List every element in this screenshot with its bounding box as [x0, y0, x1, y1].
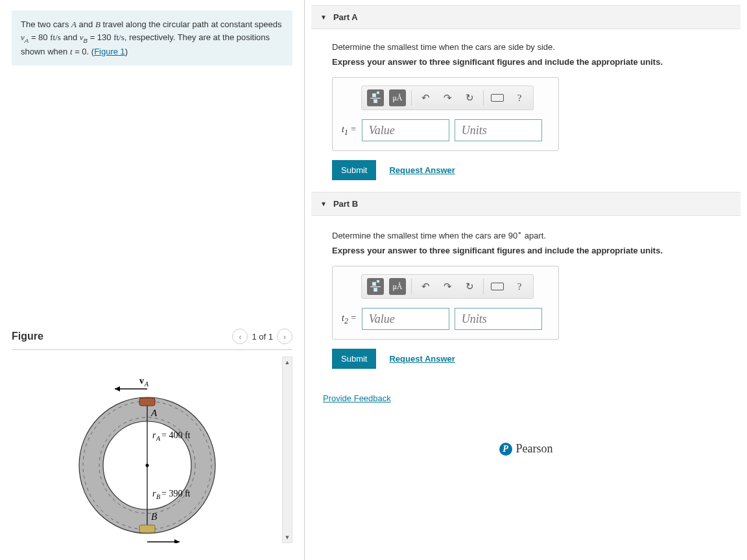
help-button[interactable]: ?	[511, 278, 528, 295]
undo-button[interactable]: ↶	[417, 278, 434, 295]
part-a-request-answer[interactable]: Request Answer	[389, 165, 455, 175]
text: travel along the circular path at consta…	[101, 19, 282, 29]
part-a-instruction: Express your answer to three significant…	[332, 57, 720, 67]
figure-section: Figure ‹ 1 of 1 ›	[12, 121, 292, 550]
figure-next-button[interactable]: ›	[277, 329, 292, 344]
text: )	[125, 47, 128, 56]
reset-button[interactable]: ↻	[461, 89, 478, 106]
part-b-title: Part B	[333, 199, 358, 209]
scroll-up-icon[interactable]: ▲	[283, 357, 292, 368]
figure-nav: ‹ 1 of 1 ›	[232, 329, 292, 344]
part-b-var-label: t2 =	[342, 313, 357, 325]
part-b-header[interactable]: ▼ Part B	[311, 192, 741, 216]
unit: ft/s	[113, 32, 124, 42]
problem-statement: The two cars A and B travel along the ci…	[12, 10, 292, 65]
part-a-var-label: t1 =	[342, 124, 357, 137]
figure-image: v A A r A = 400 ft r B = 390 ft B v B	[12, 356, 282, 543]
part-b-units-input[interactable]	[455, 308, 542, 330]
text: and	[61, 32, 80, 42]
svg-text:B: B	[151, 511, 157, 522]
right-panel: ▼ Part A Determine the smallest time whe…	[305, 0, 747, 560]
unit: ft/s	[50, 32, 61, 42]
text: The two cars	[21, 19, 71, 29]
part-b: ▼ Part B Determine the smallest time whe…	[311, 192, 741, 375]
figure-link[interactable]: Figure 1	[94, 47, 125, 56]
templates-icon	[370, 282, 381, 292]
text: and	[77, 19, 95, 29]
part-a-value-input[interactable]	[362, 119, 449, 141]
pearson-logo-icon: P	[499, 443, 512, 456]
text: = 130	[88, 32, 113, 42]
templates-icon	[370, 93, 381, 103]
part-b-submit-button[interactable]: Submit	[332, 349, 376, 369]
svg-text:= 400 ft: = 400 ft	[161, 430, 191, 440]
svg-text:B: B	[156, 493, 160, 500]
svg-text:A: A	[144, 380, 149, 388]
text: = 80	[29, 32, 50, 42]
left-panel: The two cars A and B travel along the ci…	[0, 0, 305, 560]
figure-prev-button[interactable]: ‹	[232, 329, 248, 344]
svg-marker-10	[115, 386, 120, 391]
part-a-prompt: Determine the smallest time when the car…	[332, 42, 720, 52]
redo-button[interactable]: ↷	[439, 278, 456, 295]
svg-text:= 390 ft: = 390 ft	[161, 489, 191, 498]
part-b-request-answer[interactable]: Request Answer	[389, 354, 455, 364]
footer: P Pearson	[311, 403, 741, 462]
var-A: A	[71, 19, 77, 29]
redo-button[interactable]: ↷	[439, 89, 456, 106]
caret-down-icon: ▼	[320, 14, 327, 21]
templates-button[interactable]	[367, 89, 384, 106]
svg-text:A: A	[156, 435, 161, 442]
part-b-prompt: Determine the smallest time when the car…	[332, 229, 720, 240]
part-a-title: Part A	[333, 12, 358, 22]
svg-text:A: A	[150, 408, 158, 418]
keyboard-button[interactable]	[489, 278, 506, 295]
equation-toolbar: μÅ ↶ ↷ ↻ ?	[361, 274, 534, 299]
text: = 0. (	[73, 47, 95, 56]
brand-name: Pearson	[516, 442, 553, 456]
figure-scrollbar[interactable]: ▲ ▼	[282, 356, 292, 543]
part-a-submit-button[interactable]: Submit	[332, 160, 376, 180]
keyboard-icon	[491, 94, 504, 102]
scroll-down-icon[interactable]: ▼	[283, 532, 292, 542]
var-B: B	[95, 19, 101, 29]
svg-rect-8	[139, 525, 155, 533]
caret-down-icon: ▼	[320, 200, 327, 207]
templates-button[interactable]	[367, 278, 384, 295]
part-a-units-input[interactable]	[455, 119, 542, 141]
svg-text:v: v	[139, 376, 144, 386]
equation-toolbar: μÅ ↶ ↷ ↻ ?	[361, 86, 534, 110]
units-button[interactable]: μÅ	[389, 89, 406, 106]
help-button[interactable]: ?	[511, 89, 528, 106]
figure-title: Figure	[12, 331, 43, 342]
keyboard-button[interactable]	[489, 89, 506, 106]
part-b-value-input[interactable]	[362, 308, 449, 330]
part-a-answer-box: μÅ ↶ ↷ ↻ ? t1 =	[332, 77, 559, 151]
keyboard-icon	[491, 283, 504, 290]
svg-marker-12	[174, 539, 180, 543]
part-a-header[interactable]: ▼ Part A	[311, 5, 741, 29]
part-a: ▼ Part A Determine the smallest time whe…	[311, 5, 741, 187]
part-b-instruction: Express your answer to three significant…	[332, 246, 720, 255]
units-button[interactable]: μÅ	[389, 278, 406, 295]
undo-button[interactable]: ↶	[417, 89, 434, 106]
figure-page-indicator: 1 of 1	[252, 332, 273, 342]
svg-rect-7	[139, 398, 155, 406]
provide-feedback-link[interactable]: Provide Feedback	[323, 393, 391, 403]
reset-button[interactable]: ↻	[461, 278, 478, 295]
part-b-answer-box: μÅ ↶ ↷ ↻ ? t2 =	[332, 266, 559, 340]
